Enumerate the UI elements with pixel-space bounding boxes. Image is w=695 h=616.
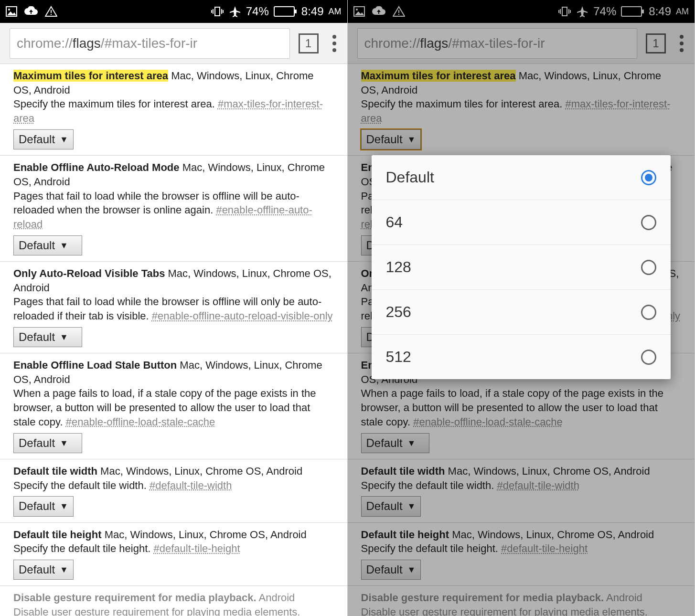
flag-select[interactable]: Default▼	[13, 433, 82, 453]
flag-anchor-link[interactable]: #enable-offline-auto-reload-visible-only	[152, 310, 333, 322]
flag-item: Disable gesture requirement for media pl…	[0, 586, 347, 616]
flag-title: Maximum tiles for interest area	[13, 70, 168, 82]
flag-platforms: Mac, Windows, Linux, Chrome OS, Android	[102, 529, 307, 541]
url-bar[interactable]: chrome://flags/#max-tiles-for-ir	[10, 28, 290, 59]
chevron-down-icon: ▼	[60, 564, 68, 575]
status-time: 8:49	[301, 5, 324, 18]
popup-option-label: 128	[386, 258, 411, 276]
flag-select-value: Default	[19, 562, 55, 577]
left-panel: 74% 8:49 AM chrome://flags/#max-tiles-fo…	[0, 0, 348, 616]
flag-anchor-link[interactable]: #enable-offline-load-stale-cache	[66, 416, 215, 428]
flag-select-value: Default	[19, 435, 55, 451]
url-host: flags	[73, 36, 101, 51]
flag-description: Specify the default tile height.	[13, 542, 154, 554]
flag-title: Enable Offline Auto-Reload Mode	[13, 161, 180, 173]
flag-anchor-link[interactable]: #default-tile-height	[154, 542, 240, 554]
flag-item: Maximum tiles for interest area Mac, Win…	[0, 64, 347, 156]
flag-select[interactable]: Default▼	[13, 560, 74, 580]
chevron-down-icon: ▼	[60, 331, 68, 343]
flag-item: Only Auto-Reload Visible Tabs Mac, Windo…	[0, 262, 347, 353]
tab-count: 1	[305, 37, 311, 50]
popup-option[interactable]: Default	[372, 155, 671, 200]
popup-option[interactable]: 64	[372, 200, 671, 245]
popup-option-label: 256	[386, 303, 411, 321]
flag-select[interactable]: Default▼	[13, 327, 82, 347]
flag-select-value: Default	[19, 499, 55, 514]
flags-list[interactable]: Maximum tiles for interest area Mac, Win…	[0, 64, 347, 616]
flag-platforms: Mac, Windows, Linux, Chrome OS, Android	[97, 465, 302, 477]
menu-button[interactable]	[327, 35, 342, 52]
popup-option-label: 64	[386, 213, 403, 231]
url-path: /#max-tiles-for-ir	[101, 36, 197, 51]
chevron-down-icon: ▼	[60, 500, 68, 512]
flag-platforms: Android	[257, 592, 295, 604]
status-ampm: AM	[329, 7, 342, 17]
flag-item: Enable Offline Load Stale Button Mac, Wi…	[0, 353, 347, 459]
airplane-icon	[229, 5, 241, 18]
popup-option-label: 512	[386, 348, 411, 366]
chevron-down-icon: ▼	[60, 437, 68, 449]
status-bar: 74% 8:49 AM	[0, 0, 347, 23]
svg-rect-2	[51, 10, 52, 13]
chevron-down-icon: ▼	[60, 134, 68, 145]
flag-select[interactable]: Default▼	[13, 496, 74, 516]
radio-icon	[641, 170, 656, 185]
flag-title: Enable Offline Load Stale Button	[13, 359, 177, 371]
popup-option[interactable]: 128	[372, 245, 671, 290]
right-panel: 74% 8:49 AM chrome://flags/#max-tiles-fo…	[348, 0, 695, 616]
url-scheme: chrome://	[17, 36, 73, 51]
flag-item: Enable Offline Auto-Reload Mode Mac, Win…	[0, 156, 347, 262]
radio-icon	[641, 305, 656, 320]
flag-select[interactable]: Default▼	[13, 235, 82, 255]
flag-title: Only Auto-Reload Visible Tabs	[13, 267, 165, 279]
flag-description: Disable user gesture requirement for pla…	[13, 606, 300, 616]
flag-select-value: Default	[19, 329, 55, 345]
popup-option[interactable]: 512	[372, 335, 671, 379]
toolbar: chrome://flags/#max-tiles-for-ir 1	[0, 23, 347, 64]
select-popup: Default64128256512	[372, 155, 671, 379]
popup-option-label: Default	[386, 169, 434, 186]
flag-select[interactable]: Default▼	[13, 129, 74, 149]
radio-icon	[641, 260, 656, 275]
popup-option[interactable]: 256	[372, 290, 671, 335]
vibrate-icon	[211, 6, 224, 17]
flag-description: Specify the maximum tiles for interest a…	[13, 98, 218, 110]
flag-select-value: Default	[19, 238, 55, 253]
gallery-icon	[6, 6, 17, 17]
battery-percent: 74%	[246, 5, 269, 18]
flag-select-value: Default	[19, 132, 55, 147]
svg-rect-4	[215, 7, 220, 16]
svg-rect-3	[51, 14, 52, 15]
svg-point-1	[8, 9, 10, 11]
flag-anchor-link[interactable]: #default-tile-width	[150, 479, 232, 491]
cloud-upload-icon	[24, 6, 38, 17]
tab-switcher[interactable]: 1	[299, 33, 319, 53]
flag-title: Default tile width	[13, 465, 97, 477]
flag-description: Specify the default tile width.	[13, 479, 150, 491]
flag-title: Default tile height	[13, 529, 102, 541]
flag-item: Default tile width Mac, Windows, Linux, …	[0, 459, 347, 523]
chevron-down-icon: ▼	[60, 240, 68, 251]
battery-icon	[274, 6, 295, 17]
warning-icon	[45, 6, 57, 17]
flag-item: Default tile height Mac, Windows, Linux,…	[0, 523, 347, 586]
radio-icon	[641, 350, 656, 365]
flag-title: Disable gesture requirement for media pl…	[13, 592, 257, 604]
radio-icon	[641, 215, 656, 230]
